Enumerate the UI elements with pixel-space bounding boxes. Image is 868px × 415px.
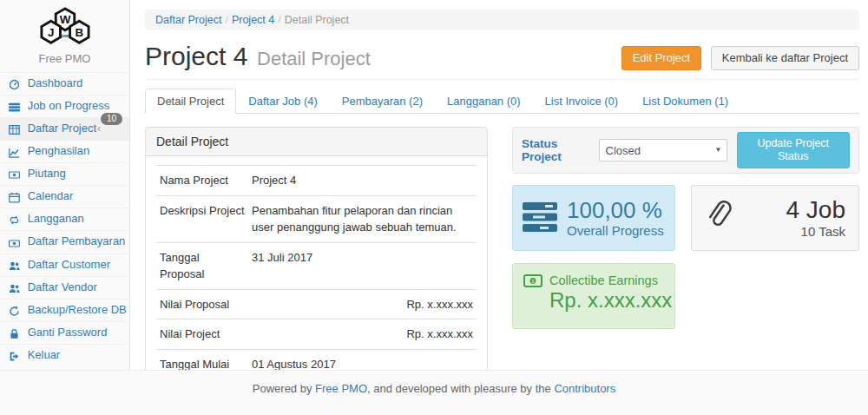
jobs-card: 4 Job 10 Task [691,185,859,251]
money-icon [8,168,21,181]
table-row: Nama Project Project 4 [156,166,477,196]
sidebar-item-keluar[interactable]: Keluar [0,344,129,366]
tab-list-dokumen[interactable]: List Dokumen (1) [630,89,740,114]
free-pmo-link[interactable]: Free PMO [315,382,367,395]
sidebar-item-label: Daftar Customer [28,258,110,271]
main-content: Daftar Project/Project 4/Detail Project … [131,0,868,415]
tab-pembayaran[interactable]: Pembayaran (2) [330,89,435,114]
lock-icon [8,327,21,339]
money-icon: 1 [523,274,542,287]
panel-title: Detail Project [146,128,487,156]
tasks-icon [523,202,559,234]
status-project-select[interactable]: Closed [599,139,727,161]
sidebar-item-langganan[interactable]: Langganan [0,208,129,230]
tab-list-invoice[interactable]: List Invoice (0) [533,89,631,114]
sidebar-item-label: Calendar [28,189,74,202]
sidebar-item-daftar-vendor[interactable]: Daftar Vendor [0,276,129,299]
overall-progress-label: Overall Progress [567,223,664,238]
table-row: Nilai Project Rp. x.xxx.xxx [156,319,477,350]
jwb-hexagon-logo: W J B .com [25,6,105,48]
sidebar-item-label: Penghasilan [28,144,90,157]
table-row: Tanggal Proposal 31 Juli 2017 [156,242,477,289]
retweet-icon [8,214,21,226]
back-to-list-button[interactable]: Kembali ke daftar Project [711,46,859,70]
breadcrumb-separator: / [274,14,284,26]
svg-text:W: W [59,13,70,26]
sidebar-item-label: Langganan [28,212,84,225]
tasks-count: 10 Task [786,224,846,239]
tab-daftar-job[interactable]: Daftar Job (4) [236,89,329,114]
sidebar-item-calendar[interactable]: Calendar [0,185,129,208]
breadcrumb: Daftar Project/Project 4/Detail Project [145,10,859,30]
sidebar-item-backup-restore[interactable]: Backup/Restore DB [0,299,129,321]
sidebar-item-ganti-password[interactable]: Ganti Password [0,321,129,344]
footer-text: , and developed with pleasure by the [367,382,554,395]
jobs-count: 4 Job [786,197,846,224]
sidebar-menu: Dashboard Job on Progress 10 Daftar Proj… [0,72,129,366]
table-row: Deskripsi Project Penambahan fitur pelap… [156,195,477,242]
earnings-label: Collectibe Earnings [549,273,658,287]
page-title: Project 4 [145,42,247,70]
sidebar-item-label: Daftar Pembayaran [28,234,126,247]
page-subtitle: Detail Project [257,48,371,69]
sidebar: W J B .com Free PMO Dashboard Job on Pro… [0,0,130,370]
contributors-link[interactable]: Contributors [554,382,615,395]
update-project-status-button[interactable]: Update Project Status [737,132,851,168]
sidebar-item-label: Job on Progress [28,99,110,112]
chevron-left-icon: ‹ [97,122,101,135]
table-row: Nilai Proposal Rp. x.xxx.xxx [156,289,477,319]
sidebar-item-daftar-customer[interactable]: Daftar Customer [0,254,129,276]
brand-name: Free PMO [0,52,129,72]
app-logo[interactable]: W J B .com [0,0,129,50]
table-icon [8,123,21,135]
job-count-badge: 10 [101,113,122,125]
status-project-label: Status Project [522,137,591,163]
breadcrumb-link-project-4[interactable]: Project 4 [232,14,274,26]
users-icon [8,260,21,272]
users-icon [8,282,21,294]
svg-text:B: B [75,26,83,39]
sidebar-item-label: Daftar Vendor [28,280,97,293]
tab-langganan[interactable]: Langganan (0) [435,89,533,114]
sidebar-item-dashboard[interactable]: Dashboard [0,72,129,95]
tasks-icon [8,101,21,113]
line-chart-icon [8,146,21,158]
breadcrumb-current: Detail Project [285,14,349,26]
overall-progress-value: 100,00 % [567,198,664,224]
edit-project-button[interactable]: Edit Project [621,46,701,70]
tab-bar: Detail Project Daftar Job (4) Pembayaran… [145,89,859,114]
sidebar-item-label: Ganti Password [28,326,108,339]
sidebar-item-piutang[interactable]: Piutang [0,162,129,185]
sidebar-item-label: Dashboard [28,76,83,89]
sidebar-item-label: Piutang [28,167,66,180]
svg-text:.com: .com [58,32,71,38]
calendar-icon [8,191,21,203]
sidebar-item-daftar-pembayaran[interactable]: Daftar Pembayaran [0,230,129,253]
footer: Powered by Free PMO, and developed with … [0,370,868,415]
money-icon [8,236,21,248]
refresh-icon [8,305,21,317]
collectible-earnings-card: 1 Collectibe Earnings Rp. x.xxx.xxx [512,263,675,329]
sidebar-item-penghasilan[interactable]: Penghasilan [0,140,129,162]
breadcrumb-separator: / [221,14,231,26]
sidebar-item-job-on-progress[interactable]: Job on Progress 10 [0,95,129,117]
sidebar-item-label: Backup/Restore DB [28,303,127,316]
page-header: Project 4 Detail Project Edit Project Ke… [145,42,859,80]
tab-detail-project[interactable]: Detail Project [145,89,236,114]
overall-progress-card: 100,00 % Overall Progress [512,185,675,251]
breadcrumb-link-daftar-project[interactable]: Daftar Project [155,14,221,26]
earnings-value: Rp. x.xxx.xxx [549,288,664,313]
sidebar-item-label: Daftar Project [28,122,96,135]
paperclip-icon [705,200,733,236]
sidebar-item-label: Keluar [28,348,61,361]
footer-text: Powered by [253,382,315,395]
status-project-bar: Status Project Closed ▼ Update Project S… [512,127,859,174]
dashboard-icon [8,78,21,90]
svg-text:J: J [47,26,53,39]
sign-out-icon [8,350,21,362]
